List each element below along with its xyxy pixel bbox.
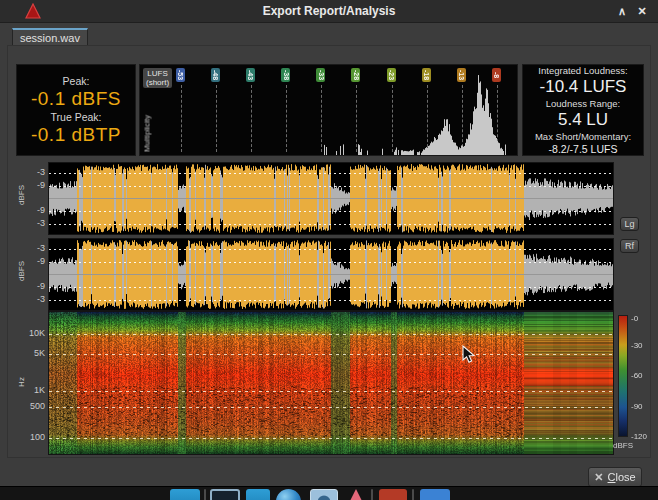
spectrogram-axis-tick: 1K	[34, 385, 45, 395]
max-short-momentary-label: Max Short/Momentary:	[535, 131, 631, 142]
spectrogram-axis-unit: Hz	[17, 362, 27, 402]
waveform-axis-tick: -9	[37, 180, 45, 190]
colorscale-tick: -30	[631, 342, 643, 350]
close-window-button[interactable]: ✕	[634, 0, 650, 22]
folder-red-icon[interactable]	[379, 489, 407, 500]
close-button-label: Close	[608, 471, 636, 483]
loudness-marker-label: -18	[423, 70, 430, 80]
taskbar-separator	[412, 489, 414, 500]
waveform-logscale-button[interactable]: Lg	[620, 217, 639, 231]
colorscale-unit: dBFS	[613, 441, 633, 450]
histogram-title-line2: (short)	[146, 78, 169, 87]
colorscale-tick: -0	[631, 315, 638, 323]
loudness-range-value: 5.4 LU	[558, 110, 608, 130]
folder-blue-icon[interactable]	[420, 489, 450, 500]
loudness-panel: Integrated Loudness: -10.4 LUFS Loudness…	[522, 64, 644, 156]
waveform-axis-tick: -9	[37, 205, 45, 215]
title-bar: Export Report/Analysis ∧ ✕	[0, 0, 658, 23]
waveform-axis-tick: -3	[37, 167, 45, 177]
close-button[interactable]: ✕ Close	[588, 467, 642, 487]
colorscale-tick: -60	[631, 372, 643, 380]
loudness-marker--23: -23	[387, 68, 396, 82]
loudness-marker-label: -38	[282, 70, 289, 80]
export-report-window: Export Report/Analysis ∧ ✕ session.wav P…	[0, 0, 658, 500]
window-title: Export Report/Analysis	[0, 0, 658, 22]
loudness-histogram: LUFS (short) Multiplicity -53-48-43-38-3…	[139, 64, 518, 156]
true-peak-label: True Peak:	[51, 111, 102, 123]
taskbar-separator	[204, 489, 206, 500]
waveform-axis-tick: -9	[37, 281, 45, 291]
spectrogram-axis-tick: 500	[30, 401, 45, 411]
loudness-marker--18: -18	[422, 68, 431, 82]
colorscale-tick: -120	[631, 433, 647, 441]
waveform-rectified-button[interactable]: Rf	[620, 239, 639, 253]
screenshot-icon[interactable]	[310, 489, 338, 500]
waveform-axis-tick: -3	[37, 294, 45, 304]
loudness-marker--8: -8	[492, 68, 501, 82]
waveform-left-axis-unit: dBFS	[17, 175, 27, 215]
loudness-marker--48: -48	[211, 68, 220, 82]
waveform-axis-tick: -9	[37, 256, 45, 266]
taskbar	[0, 486, 658, 500]
loudness-marker-label: -23	[388, 70, 395, 80]
terminal-icon[interactable]	[210, 489, 240, 500]
waveform-left-channel	[48, 162, 614, 235]
loudness-marker-label: -53	[177, 70, 184, 80]
waveform-right-channel	[48, 238, 614, 311]
peak-label: Peak:	[63, 75, 90, 87]
loudness-marker-label: -13	[458, 70, 465, 80]
loudness-marker--38: -38	[281, 68, 290, 82]
loudness-marker-label: -28	[352, 70, 359, 80]
waveform-right-axis-unit: dBFS	[17, 251, 27, 291]
colorscale-ticks: -0-30-60-90-120	[631, 315, 657, 437]
true-peak-value: -0.1 dBTP	[31, 124, 121, 146]
peak-value: -0.1 dBFS	[31, 88, 121, 110]
loudness-marker-label: -33	[317, 70, 324, 80]
max-short-momentary-value: -8.2/-7.5 LUFS	[549, 143, 618, 155]
loudness-marker-label: -8	[493, 72, 500, 78]
globe-icon[interactable]	[276, 489, 301, 500]
histogram-title: LUFS (short)	[143, 68, 172, 88]
close-button-icon: ✕	[594, 471, 603, 484]
loudness-marker--53: -53	[176, 68, 185, 82]
loudness-marker--43: -43	[246, 68, 255, 82]
shade-window-button[interactable]: ∧	[614, 0, 630, 22]
ardour-icon[interactable]	[348, 489, 364, 500]
histogram-title-line1: LUFS	[146, 69, 169, 78]
waveform-axis-tick: -3	[37, 243, 45, 253]
loudness-marker--13: -13	[457, 68, 466, 82]
taskbar-separator	[371, 489, 373, 500]
histogram-y-axis-label: Multiplicity	[143, 112, 152, 156]
window-app-icon[interactable]	[170, 489, 200, 500]
integrated-loudness-value: -10.4 LUFS	[540, 77, 627, 97]
window-app-icon-2[interactable]	[246, 489, 270, 500]
spectrogram-axis-tick: 10K	[29, 328, 45, 338]
spectrogram-axis-tick: 100	[30, 432, 45, 442]
integrated-loudness-label: Integrated Loudness:	[538, 65, 627, 76]
loudness-marker--28: -28	[351, 68, 360, 82]
colorscale-tick: -90	[631, 403, 643, 411]
waveform-axis-tick: -3	[37, 218, 45, 228]
peak-panel: Peak: -0.1 dBFS True Peak: -0.1 dBTP	[16, 64, 136, 156]
loudness-marker-label: -48	[212, 70, 219, 80]
loudness-range-label: Loudness Range:	[546, 98, 620, 109]
spectrogram	[48, 311, 614, 455]
loudness-marker--33: -33	[316, 68, 325, 82]
spectrogram-colorscale	[618, 315, 628, 437]
spectrogram-axis-tick: 5K	[34, 348, 45, 358]
loudness-marker-label: -43	[247, 70, 254, 80]
